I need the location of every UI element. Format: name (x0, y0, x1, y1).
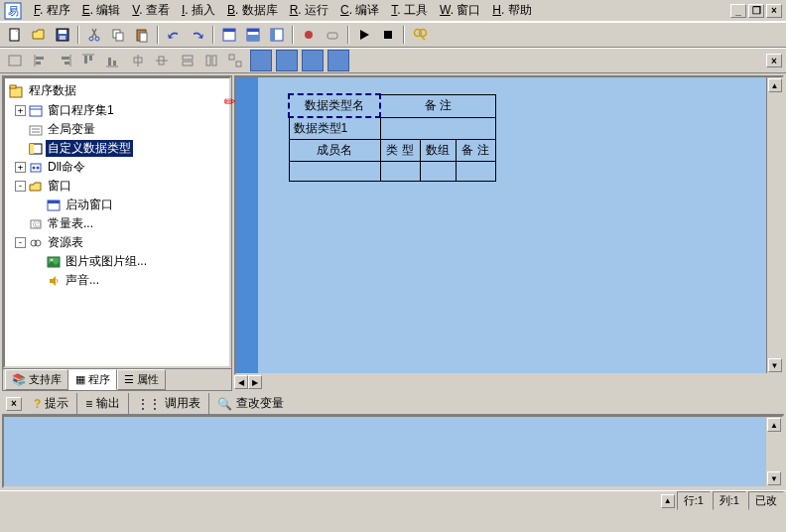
scroll-up-button[interactable]: ▲ (768, 78, 782, 92)
project-tree[interactable]: 程序数据 +窗口程序集1 全局变量 自定义数据类型 +Dll命令 -窗口 启动窗… (3, 76, 231, 368)
svg-rect-27 (36, 57, 44, 60)
bookmark-button[interactable] (322, 24, 343, 46)
grid-header-type[interactable]: 类 型 (380, 140, 420, 162)
tab-prev-button[interactable]: ◀ (234, 375, 248, 389)
grid-cell-typename-value[interactable]: 数据类型1 (289, 117, 380, 140)
tree-node-images[interactable]: 图片或图片组... (33, 252, 227, 271)
grid-cell-remark-value[interactable] (380, 117, 495, 140)
svg-rect-28 (36, 62, 41, 65)
grid-cell-type[interactable] (380, 162, 420, 182)
stop-button[interactable] (377, 24, 399, 46)
same-width-button[interactable] (177, 50, 198, 71)
window-controls: _ ❐ × (730, 4, 782, 18)
grid-header-remark2[interactable]: 备 注 (456, 140, 495, 162)
menu-run[interactable]: R. 运行 (284, 0, 334, 21)
tab-watch[interactable]: 🔍查改变量 (209, 393, 292, 414)
menu-database[interactable]: B. 数据库 (221, 0, 284, 21)
tree-node-windows[interactable]: -窗口 (15, 177, 227, 196)
grid-header-member[interactable]: 成员名 (289, 140, 380, 162)
color-swatch-1[interactable] (250, 50, 272, 71)
undo-button[interactable] (163, 24, 185, 46)
same-size-button[interactable] (224, 50, 246, 71)
window-layout-1-button[interactable] (218, 24, 240, 46)
form-tool-1[interactable] (4, 50, 26, 71)
tree-node-resources[interactable]: -资源表 (15, 233, 227, 252)
doc-close-button[interactable]: × (766, 54, 782, 67)
svg-point-59 (37, 166, 40, 169)
grid-cell-remark2[interactable] (456, 162, 495, 182)
editor-vscrollbar[interactable]: ▲ ▼ (766, 77, 782, 373)
bottom-close-button[interactable]: × (6, 397, 22, 411)
menu-insert[interactable]: I. 插入 (176, 0, 221, 21)
expand-icon[interactable]: + (15, 162, 26, 173)
collapse-icon[interactable]: - (15, 237, 26, 248)
align-left-button[interactable] (30, 50, 52, 71)
collapse-icon[interactable]: - (15, 181, 26, 192)
find-button[interactable] (409, 24, 431, 46)
menu-tools[interactable]: T. 工具 (385, 0, 434, 21)
run-button[interactable] (353, 24, 375, 46)
grid-header-typename[interactable]: 数据类型名 (289, 94, 380, 117)
minimize-button[interactable]: _ (730, 4, 746, 18)
menu-window[interactable]: W. 窗口 (434, 0, 486, 21)
new-file-button[interactable] (4, 24, 26, 46)
tab-hint[interactable]: ?提示 (26, 393, 77, 414)
editor-hscrollbar[interactable]: ◀ ▶ (234, 375, 784, 391)
svg-rect-61 (48, 200, 60, 203)
center-v-button[interactable] (151, 50, 173, 71)
cut-button[interactable] (83, 24, 105, 46)
scroll-down-button[interactable]: ▼ (768, 358, 782, 372)
expand-icon[interactable]: + (15, 105, 26, 116)
window-layout-3-button[interactable] (266, 24, 288, 46)
svg-point-24 (420, 30, 427, 37)
menu-edit[interactable]: E. 编辑 (76, 0, 127, 21)
tree-node-module[interactable]: +窗口程序集1 (15, 101, 227, 120)
output-area[interactable]: ▲ ▼ (2, 415, 784, 488)
menu-view[interactable]: V. 查看 (126, 0, 176, 21)
menu-help[interactable]: H. 帮助 (486, 0, 537, 21)
tab-program[interactable]: ▦程序 (68, 369, 117, 390)
tree-node-sounds[interactable]: 声音... (33, 271, 227, 290)
editor-canvas[interactable]: 数据类型名 备 注 数据类型1 成员名 类 型 数组 备 注 (258, 77, 766, 373)
restore-button[interactable]: ❐ (748, 4, 764, 18)
grid-header-remark[interactable]: 备 注 (380, 94, 495, 117)
redo-button[interactable] (187, 24, 208, 46)
search-icon: 🔍 (217, 397, 232, 411)
align-top-button[interactable] (77, 50, 99, 71)
scroll-down-button[interactable]: ▼ (767, 471, 781, 485)
color-swatch-3[interactable] (302, 50, 324, 71)
same-height-button[interactable] (200, 50, 222, 71)
breakpoint-button[interactable] (298, 24, 320, 46)
separator (77, 26, 79, 44)
tab-properties[interactable]: ☰属性 (117, 369, 166, 390)
paste-button[interactable] (131, 24, 153, 46)
tab-output[interactable]: ≡输出 (77, 393, 129, 414)
tree-node-start-window[interactable]: 启动窗口 (33, 196, 227, 214)
tree-node-globals[interactable]: 全局变量 (15, 120, 227, 139)
tab-callstack[interactable]: ⋮⋮调用表 (129, 393, 209, 414)
tree-node-dll[interactable]: +Dll命令 (15, 158, 227, 177)
align-bottom-button[interactable] (101, 50, 123, 71)
save-button[interactable] (52, 24, 73, 46)
tree-node-custom-types[interactable]: 自定义数据类型 (15, 139, 227, 158)
scroll-up-button[interactable]: ▲ (767, 418, 781, 432)
grid-cell-member[interactable] (289, 162, 380, 182)
close-button[interactable]: × (766, 4, 782, 18)
window-layout-2-button[interactable] (242, 24, 264, 46)
grid-cell-array[interactable] (420, 162, 456, 182)
status-up-button[interactable]: ▲ (661, 494, 675, 508)
open-file-button[interactable] (28, 24, 50, 46)
align-right-button[interactable] (54, 50, 75, 71)
type-definition-grid[interactable]: 数据类型名 备 注 数据类型1 成员名 类 型 数组 备 注 (288, 93, 496, 182)
menu-compile[interactable]: C. 编译 (334, 0, 385, 21)
color-swatch-4[interactable] (328, 50, 349, 71)
center-h-button[interactable] (127, 50, 149, 71)
hint-icon: ? (34, 397, 41, 411)
grid-header-array[interactable]: 数组 (420, 140, 456, 162)
color-swatch-2[interactable] (276, 50, 298, 71)
tab-next-button[interactable]: ▶ (248, 375, 262, 389)
tab-support-lib[interactable]: 📚支持库 (5, 369, 68, 390)
menu-file[interactable]: F. 程序 (28, 0, 76, 21)
copy-button[interactable] (107, 24, 129, 46)
tree-node-constants[interactable]: Ⓒ常量表... (15, 214, 227, 233)
